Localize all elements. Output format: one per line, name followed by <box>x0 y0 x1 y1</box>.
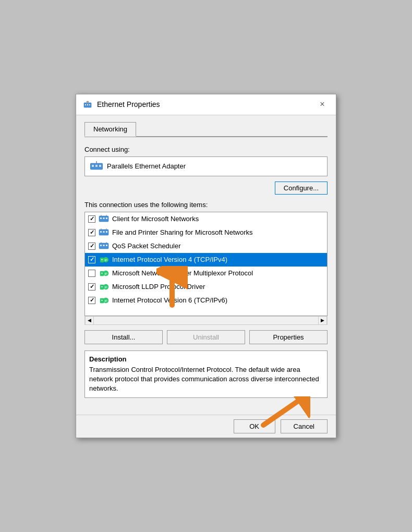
items-list-wrapper: Client for Microsoft Networks <box>84 212 328 325</box>
svg-rect-21 <box>106 231 107 233</box>
svg-rect-35 <box>101 273 103 274</box>
checkbox-tcp-ipv4[interactable] <box>88 256 95 263</box>
item-label: Internet Protocol Version 4 (TCP/IPv4) <box>112 256 227 263</box>
checkbox-ms-network-adapter[interactable] <box>88 270 95 277</box>
svg-point-11 <box>96 161 97 162</box>
svg-rect-27 <box>106 245 107 246</box>
bottom-buttons: OK Cancel <box>76 415 336 438</box>
network-icon <box>99 228 109 237</box>
item-label: Microsoft Network Adapter Multiplexor Pr… <box>112 269 253 277</box>
ethernet-properties-dialog: Ethernet Properties × Networking Connect… <box>76 94 336 439</box>
svg-rect-3 <box>89 104 90 105</box>
item-label: Internet Protocol Version 6 (TCP/IPv6) <box>112 296 227 304</box>
adapter-box: Parallels Ethernet Adapter <box>84 156 328 176</box>
checkbox-tcp-ipv6[interactable] <box>88 297 95 304</box>
dialog-content: Networking Connect using: Parallels Ethe… <box>76 115 336 415</box>
configure-button[interactable]: Configure... <box>275 182 328 195</box>
window-title: Ethernet Properties <box>97 100 160 108</box>
protocol-icon: IP <box>99 269 109 277</box>
adapter-icon <box>90 160 103 173</box>
network-icon <box>99 215 109 223</box>
properties-button[interactable]: Properties <box>249 330 328 344</box>
items-section-label: This connection uses the following items… <box>84 201 328 209</box>
svg-rect-15 <box>106 217 107 219</box>
svg-rect-8 <box>95 165 98 167</box>
network-icon <box>99 242 109 250</box>
checkbox-ms-lldp[interactable] <box>88 283 95 291</box>
configure-row: Configure... <box>84 182 328 195</box>
title-bar: Ethernet Properties × <box>76 94 336 115</box>
ethernet-icon <box>82 99 93 110</box>
svg-rect-1 <box>85 104 86 105</box>
svg-text:IP: IP <box>104 299 107 303</box>
svg-text:IP: IP <box>104 286 107 289</box>
ok-button[interactable]: OK <box>234 419 275 433</box>
item-label: QoS Packet Scheduler <box>112 242 181 250</box>
svg-rect-9 <box>99 165 101 167</box>
svg-rect-20 <box>103 231 105 233</box>
protocol-icon: IP <box>99 283 109 291</box>
svg-rect-43 <box>101 300 103 301</box>
svg-rect-2 <box>87 104 88 105</box>
list-item-selected[interactable]: IP Internet Protocol Version 4 (TCP/IPv4… <box>85 253 327 267</box>
svg-text:IP: IP <box>104 259 107 262</box>
svg-rect-13 <box>100 217 102 219</box>
svg-rect-25 <box>100 245 102 246</box>
horizontal-scrollbar[interactable]: ◀ ▶ <box>84 316 328 325</box>
checkbox-qos[interactable] <box>88 243 95 250</box>
list-item[interactable]: IP Microsoft LLDP Protocol Driver <box>85 280 327 294</box>
checkbox-file-printer-sharing[interactable] <box>88 229 95 236</box>
items-list[interactable]: Client for Microsoft Networks <box>84 212 328 316</box>
checkbox-client-ms-networks[interactable] <box>88 215 95 223</box>
tab-networking[interactable]: Networking <box>84 122 136 137</box>
item-label: Microsoft LLDP Protocol Driver <box>112 283 205 291</box>
description-box: Description Transmission Control Protoco… <box>84 350 328 398</box>
svg-rect-39 <box>101 286 103 287</box>
list-item[interactable]: IP Internet Protocol Version 6 (TCP/IPv6… <box>85 294 327 307</box>
description-text: Transmission Control Protocol/Internet P… <box>89 365 323 394</box>
list-item[interactable]: IP Microsoft Network Adapter Multiplexor… <box>85 267 327 280</box>
list-item[interactable]: File and Printer Sharing for Microsoft N… <box>85 226 327 239</box>
list-item[interactable]: QoS Packet Scheduler <box>85 239 327 253</box>
title-bar-left: Ethernet Properties <box>82 99 160 110</box>
list-item[interactable]: Client for Microsoft Networks <box>85 212 327 226</box>
svg-rect-14 <box>103 217 105 219</box>
svg-text:IP: IP <box>104 272 107 275</box>
action-buttons: Install... Uninstall Properties <box>84 330 328 344</box>
cancel-button[interactable]: Cancel <box>281 419 328 433</box>
protocol-icon: IP <box>99 296 109 305</box>
item-label: File and Printer Sharing for Microsoft N… <box>112 228 252 236</box>
close-button[interactable]: × <box>315 97 330 112</box>
svg-rect-19 <box>100 231 102 233</box>
svg-rect-31 <box>101 259 103 260</box>
svg-rect-7 <box>92 165 94 167</box>
svg-rect-26 <box>103 245 105 246</box>
connect-using-label: Connect using: <box>84 146 328 153</box>
uninstall-button[interactable]: Uninstall <box>167 330 245 344</box>
protocol-icon: IP <box>99 256 109 264</box>
scroll-right-button[interactable]: ▶ <box>318 316 327 325</box>
description-title: Description <box>89 355 323 363</box>
scroll-left-button[interactable]: ◀ <box>85 316 94 325</box>
item-label: Client for Microsoft Networks <box>112 215 199 223</box>
adapter-name: Parallels Ethernet Adapter <box>107 162 186 170</box>
install-button[interactable]: Install... <box>84 330 163 344</box>
tab-bar: Networking <box>84 122 328 137</box>
